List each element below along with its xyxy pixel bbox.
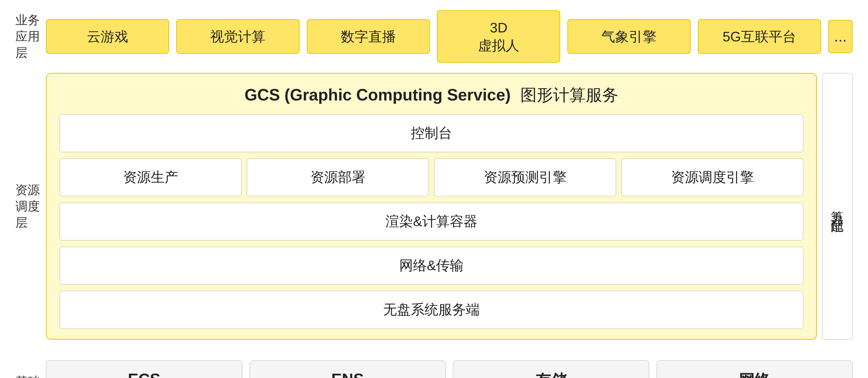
gcs-title: GCS (Graphic Computing Service) 图形计算服务 bbox=[60, 84, 803, 106]
app-box-5g: 5G互联平台 bbox=[698, 19, 821, 54]
main-container: 业务应用层 云游戏 视觉计算 数字直播 3D 虚拟人 气象引擎 5G互联平台 .… bbox=[0, 0, 868, 378]
gcs-title-en: GCS (Graphic Computing Service) bbox=[244, 86, 510, 104]
gcs-row-diskless: 无盘系统服务端 bbox=[60, 291, 803, 329]
app-box-visual-compute: 视觉计算 bbox=[176, 19, 299, 54]
gcs-box-resource-schedule: 资源调度引擎 bbox=[621, 159, 803, 196]
gcs-box-control: 控制台 bbox=[60, 114, 803, 152]
infra-box-storage: 存储 EBS/NAS/CPFS/... bbox=[453, 360, 649, 378]
storage-title: 存储 bbox=[535, 370, 567, 378]
gcs-title-zh: 图形计算服务 bbox=[520, 86, 618, 104]
infra-box-ecs: ECS CPU GPU FPGA bbox=[46, 360, 242, 378]
app-box-cloud-game: 云游戏 bbox=[46, 19, 169, 54]
bottom-layer-label: 基础设施层 bbox=[15, 360, 46, 378]
middle-content: GCS (Graphic Computing Service) 图形计算服务 控… bbox=[46, 73, 853, 340]
gcs-row-control: 控制台 bbox=[60, 114, 803, 152]
app-box-ellipsis: ... bbox=[828, 20, 853, 53]
app-box-digital-broadcast: 数字直播 bbox=[307, 19, 430, 54]
gcs-row-resources: 资源生产 资源部署 资源预测引擎 资源调度引擎 bbox=[60, 159, 803, 196]
gcs-box-resource-predict: 资源预测引擎 bbox=[434, 159, 616, 196]
gcs-row-render: 渲染&计算容器 bbox=[60, 203, 803, 241]
bottom-layer: 基础设施层 ECS CPU GPU FPGA ENS CPU GPU ARM bbox=[15, 360, 853, 378]
ens-title: ENS bbox=[331, 370, 364, 378]
middle-layer-label: 资源调度层 bbox=[15, 73, 46, 340]
infra-box-network: 网络 NAT/CDT/VPC/DNS/... bbox=[656, 360, 853, 378]
top-layer-label: 业务应用层 bbox=[15, 10, 46, 63]
middle-layer: 资源调度层 GCS (Graphic Computing Service) 图形… bbox=[15, 73, 853, 340]
network-title: 网络 bbox=[739, 370, 770, 378]
gcs-box-resource-deploy: 资源部署 bbox=[247, 159, 429, 196]
gcs-box-diskless: 无盘系统服务端 bbox=[60, 291, 803, 329]
app-box-3d-avatar: 3D 虚拟人 bbox=[437, 10, 560, 63]
gcs-container: GCS (Graphic Computing Service) 图形计算服务 控… bbox=[46, 73, 817, 340]
suanli-box: 算力 适配 bbox=[822, 73, 853, 340]
ecs-title: ECS bbox=[128, 370, 160, 378]
gcs-box-render: 渲染&计算容器 bbox=[60, 203, 803, 241]
infra-box-ens: ENS CPU GPU ARM bbox=[250, 360, 446, 378]
infra-boxes: ECS CPU GPU FPGA ENS CPU GPU ARM 存储 bbox=[46, 360, 853, 378]
gcs-box-network: 网络&传输 bbox=[60, 247, 803, 285]
app-boxes: 云游戏 视觉计算 数字直播 3D 虚拟人 气象引擎 5G互联平台 ... bbox=[46, 10, 853, 63]
app-box-weather: 气象引擎 bbox=[567, 19, 690, 54]
gcs-box-resource-prod: 资源生产 bbox=[60, 159, 242, 196]
gcs-row-network: 网络&传输 bbox=[60, 247, 803, 285]
top-layer: 业务应用层 云游戏 视觉计算 数字直播 3D 虚拟人 气象引擎 5G互联平台 .… bbox=[15, 10, 853, 63]
